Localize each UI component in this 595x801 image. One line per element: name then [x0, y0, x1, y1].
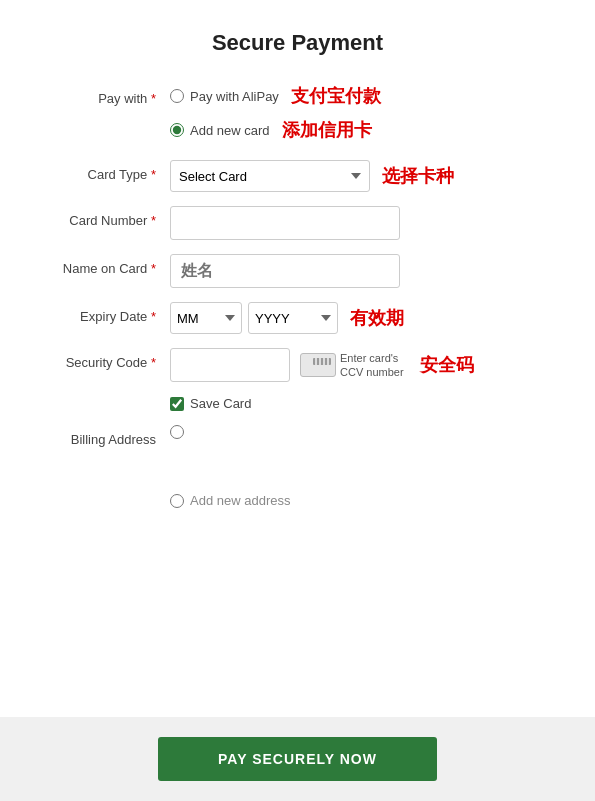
ccv-hint-label: Enter card's CCV number [340, 351, 404, 380]
card-number-label: Card Number * [40, 206, 170, 230]
card-type-select[interactable]: Select Card Visa Mastercard American Exp… [170, 160, 370, 192]
card-number-input[interactable] [170, 206, 400, 240]
billing-address-controls [170, 425, 555, 439]
name-on-card-controls [170, 254, 555, 288]
card-type-required: * [151, 167, 156, 182]
expiry-required: * [151, 309, 156, 324]
card-number-required: * [151, 213, 156, 228]
add-new-address-radio[interactable] [170, 494, 184, 508]
security-required: * [151, 355, 156, 370]
new-card-radio[interactable] [170, 123, 184, 137]
security-code-input[interactable] [170, 348, 290, 382]
security-code-label: Security Code * [40, 348, 170, 372]
footer-bar: PAY SECURELY NOW [0, 717, 595, 801]
card-number-row: Card Number * [40, 206, 555, 240]
billing-address-radio[interactable] [170, 425, 184, 439]
ccv-card-graphic [300, 353, 336, 377]
spacer [40, 463, 555, 483]
security-chinese: 安全码 [420, 353, 474, 377]
new-card-label: Add new card [190, 123, 270, 138]
add-new-address-row[interactable]: Add new address [170, 493, 555, 508]
pay-with-required: * [151, 91, 156, 106]
card-type-chinese: 选择卡种 [382, 164, 454, 188]
ccv-icon-area: Enter card's CCV number [300, 351, 404, 380]
new-card-option-row[interactable]: Add new card 添加信用卡 [170, 118, 372, 142]
add-new-address-label: Add new address [190, 493, 290, 508]
save-card-checkbox[interactable] [170, 397, 184, 411]
expiry-year-select[interactable]: YYYY 202420252026 2027202820292030 [248, 302, 338, 334]
new-card-chinese-label: 添加信用卡 [282, 118, 372, 142]
alipay-label: Pay with AliPay [190, 89, 279, 104]
billing-address-row: Billing Address [40, 425, 555, 449]
name-on-card-label: Name on Card * [40, 254, 170, 278]
save-card-checkbox-row[interactable]: Save Card [170, 396, 251, 411]
alipay-radio[interactable] [170, 89, 184, 103]
billing-address-label: Billing Address [40, 425, 170, 449]
pay-with-row: Pay with * Pay with AliPay 支付宝付款 Add new… [40, 84, 555, 146]
alipay-option-row[interactable]: Pay with AliPay 支付宝付款 [170, 84, 381, 108]
card-type-row: Card Type * Select Card Visa Mastercard … [40, 160, 555, 192]
name-on-card-row: Name on Card * [40, 254, 555, 288]
pay-with-label: Pay with * [40, 84, 170, 108]
pay-button[interactable]: PAY SECURELY NOW [158, 737, 437, 781]
expiry-month-select[interactable]: MM 01020304 05060708 09101112 [170, 302, 242, 334]
security-code-row: Security Code * Enter card's CCV number … [40, 348, 555, 382]
expiry-date-controls: MM 01020304 05060708 09101112 YYYY 20242… [170, 302, 555, 334]
name-on-card-input[interactable] [170, 254, 400, 288]
card-number-controls [170, 206, 555, 240]
security-area: Enter card's CCV number 安全码 [170, 348, 474, 382]
save-card-controls: Save Card [170, 396, 555, 411]
save-card-spacer [40, 396, 170, 402]
expiry-date-label: Expiry Date * [40, 302, 170, 326]
expiry-chinese: 有效期 [350, 306, 404, 330]
expiry-date-row: Expiry Date * MM 01020304 05060708 09101… [40, 302, 555, 334]
security-code-controls: Enter card's CCV number 安全码 [170, 348, 555, 382]
pay-with-options: Pay with AliPay 支付宝付款 Add new card 添加信用卡 [170, 84, 555, 146]
card-type-controls: Select Card Visa Mastercard American Exp… [170, 160, 555, 192]
alipay-chinese-label: 支付宝付款 [291, 84, 381, 108]
save-card-label: Save Card [190, 396, 251, 411]
page-title: Secure Payment [40, 30, 555, 56]
save-card-row: Save Card [40, 396, 555, 411]
card-type-label: Card Type * [40, 160, 170, 184]
name-on-card-required: * [151, 261, 156, 276]
